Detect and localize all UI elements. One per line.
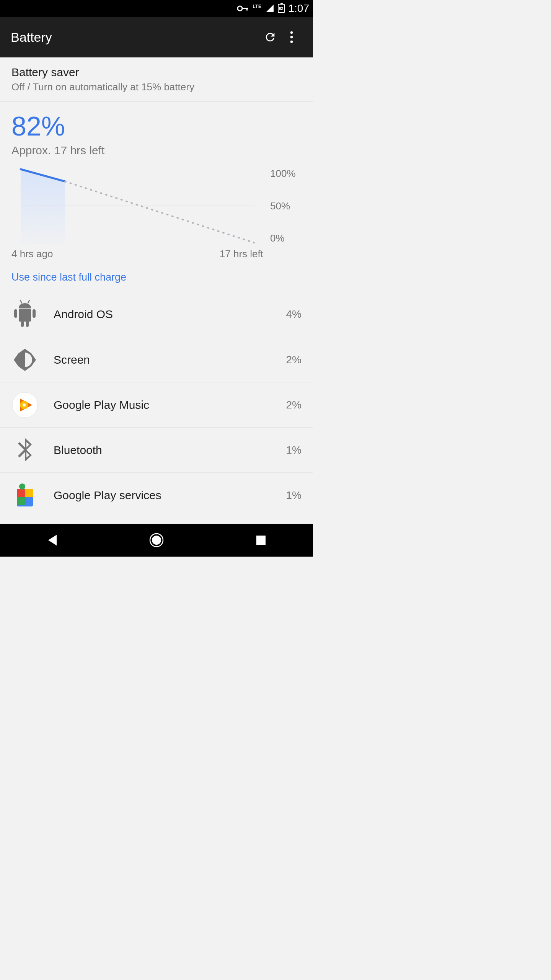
navigation-bar: [0, 524, 313, 557]
svg-rect-11: [33, 309, 36, 318]
usage-item-bluetooth[interactable]: Bluetooth1%: [0, 427, 313, 472]
battery-chart-svg: [11, 168, 263, 244]
usage-item-label: Google Play services: [54, 489, 286, 502]
usage-item-brightness[interactable]: Screen2%: [0, 337, 313, 382]
usage-list: Android OS4%Screen2%Google Play Music2%B…: [0, 292, 313, 518]
home-circle-icon: [149, 532, 164, 548]
battery-percent: 82%: [11, 111, 302, 142]
play-music-icon: [11, 392, 38, 418]
svg-point-3: [290, 31, 293, 34]
usage-item-play-music[interactable]: Google Play Music2%: [0, 382, 313, 427]
svg-rect-2: [246, 8, 248, 11]
chart-xlabel-end: 17 hrs left: [220, 248, 263, 260]
battery-estimate: Approx. 17 hrs left: [11, 144, 302, 157]
svg-rect-10: [14, 309, 17, 318]
svg-line-14: [20, 300, 22, 303]
network-type-label: LTE: [253, 4, 261, 9]
battery-icon-pct: 82: [279, 7, 283, 11]
play-services-icon: [11, 482, 38, 509]
chart-ylabel-0: 0%: [270, 232, 302, 244]
usage-item-label: Screen: [54, 353, 286, 366]
usage-item-pct: 2%: [286, 399, 302, 411]
usage-item-label: Google Play Music: [54, 399, 286, 412]
clock: 1:07: [289, 2, 310, 15]
brightness-icon: [11, 346, 38, 373]
svg-rect-22: [17, 497, 25, 505]
svg-point-5: [290, 41, 293, 43]
app-bar: Battery: [0, 17, 313, 57]
svg-rect-27: [256, 536, 266, 545]
svg-point-23: [19, 483, 25, 490]
svg-rect-9: [19, 309, 31, 322]
usage-item-pct: 4%: [286, 308, 302, 320]
svg-point-4: [290, 36, 293, 38]
svg-rect-13: [26, 321, 29, 327]
battery-saver-subtitle: Off / Turn on automatically at 15% batte…: [11, 81, 302, 93]
svg-point-19: [23, 403, 26, 407]
battery-chart[interactable]: 100% 50% 0% 4 hrs ago 17 hrs left: [0, 161, 313, 260]
svg-rect-12: [21, 321, 24, 327]
battery-summary: 82% Approx. 17 hrs left: [0, 102, 313, 161]
battery-saver-title: Battery saver: [11, 66, 302, 79]
battery-saver-row[interactable]: Battery saver Off / Turn on automaticall…: [0, 57, 313, 102]
android-icon: [11, 301, 38, 328]
chart-ylabel-100: 100%: [270, 168, 302, 180]
back-triangle-icon: [47, 534, 57, 546]
recents-square-icon: [256, 535, 266, 546]
content-area: Battery saver Off / Turn on automaticall…: [0, 57, 313, 524]
svg-rect-21: [25, 489, 33, 497]
status-bar: LTE 82 1:07: [0, 0, 313, 17]
refresh-icon: [264, 31, 277, 44]
svg-point-26: [152, 536, 161, 545]
svg-point-0: [238, 6, 242, 11]
nav-back-button[interactable]: [29, 529, 75, 552]
overflow-menu-button[interactable]: [281, 26, 302, 48]
usage-section-header: Use since last full charge: [0, 260, 313, 292]
signal-icon: [266, 4, 274, 13]
usage-item-pct: 2%: [286, 354, 302, 366]
page-title: Battery: [11, 30, 259, 45]
chart-xlabel-start: 4 hrs ago: [11, 248, 53, 260]
usage-item-play-services[interactable]: Google Play services1%: [0, 472, 313, 518]
svg-line-15: [28, 300, 29, 303]
vpn-key-icon: [237, 5, 249, 11]
usage-item-pct: 1%: [286, 489, 302, 501]
more-vert-icon: [290, 31, 293, 44]
nav-recents-button[interactable]: [238, 529, 284, 552]
battery-icon: 82: [278, 4, 285, 13]
chart-x-labels: 4 hrs ago 17 hrs left: [11, 248, 302, 260]
usage-item-pct: 1%: [286, 444, 302, 456]
refresh-button[interactable]: [259, 26, 281, 48]
usage-item-label: Android OS: [54, 308, 286, 321]
bluetooth-icon: [11, 437, 38, 464]
usage-item-android[interactable]: Android OS4%: [0, 292, 313, 337]
chart-y-labels: 100% 50% 0%: [263, 168, 302, 244]
chart-ylabel-50: 50%: [270, 200, 302, 212]
usage-item-label: Bluetooth: [54, 444, 286, 457]
nav-home-button[interactable]: [134, 529, 179, 552]
